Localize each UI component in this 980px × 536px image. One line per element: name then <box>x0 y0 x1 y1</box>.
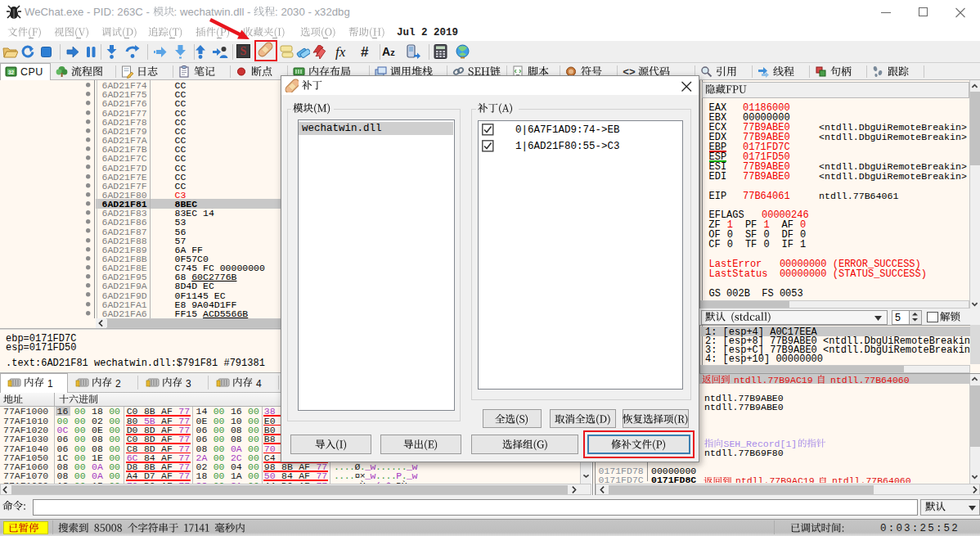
svg-text:32: 32 <box>8 69 15 74</box>
svg-text:S: S <box>241 45 247 57</box>
